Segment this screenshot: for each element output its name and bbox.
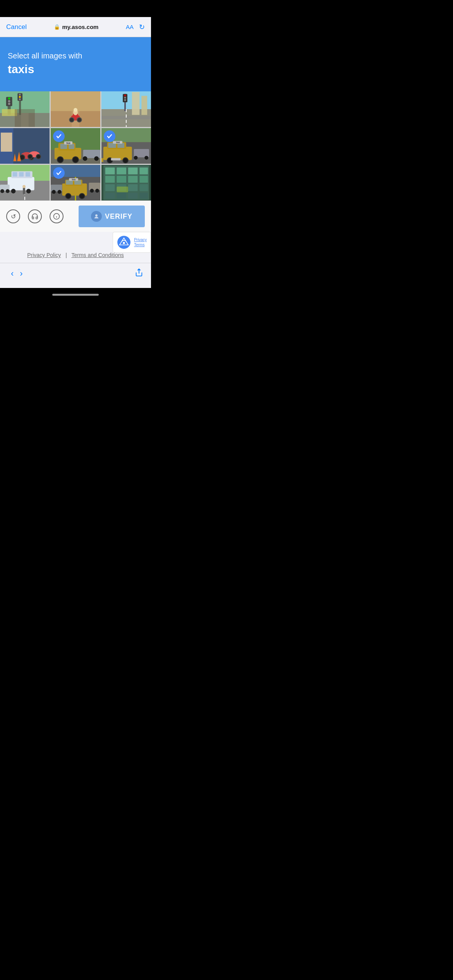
grid-cell-2[interactable] (51, 91, 100, 127)
grid-cell-7[interactable] (0, 165, 50, 200)
home-bar (52, 294, 99, 296)
grid-image-4 (0, 128, 50, 164)
refresh-icon: ↺ (11, 213, 16, 220)
share-button[interactable] (135, 268, 143, 279)
cancel-button[interactable]: Cancel (6, 23, 27, 31)
terms-link[interactable]: Terms (134, 242, 147, 247)
verify-label: VERIFY (105, 212, 132, 221)
refresh-button[interactable]: ↺ (6, 209, 20, 223)
svg-point-18 (69, 118, 74, 122)
svg-rect-122 (128, 193, 138, 199)
svg-point-6 (8, 100, 10, 102)
svg-rect-115 (139, 176, 148, 183)
grid-image-2 (51, 91, 100, 127)
url-bar: 🔒 my.asos.com (54, 24, 98, 30)
svg-rect-113 (117, 176, 126, 183)
recaptcha-text: Privacy Terms (134, 237, 147, 247)
info-button[interactable] (50, 209, 63, 223)
info-icon (53, 213, 60, 220)
svg-point-11 (19, 96, 21, 98)
captcha-keyword: taxis (8, 63, 143, 76)
grid-cell-4[interactable] (0, 128, 50, 164)
svg-point-43 (36, 154, 41, 159)
grid-cell-9[interactable] (101, 165, 151, 200)
svg-rect-79 (12, 172, 17, 177)
svg-rect-111 (139, 168, 148, 175)
page-footer: Privacy Terms Privacy Policy | Terms and… (0, 232, 151, 263)
home-indicator (0, 288, 151, 301)
terms-link-footer[interactable]: Terms and Conditions (71, 252, 124, 258)
svg-point-31 (124, 97, 126, 99)
captcha-container: Select all images with taxis (0, 37, 151, 232)
grid-cell-8[interactable]: TAXI (51, 165, 100, 200)
svg-rect-120 (105, 193, 115, 199)
browser-actions: AA ↻ (126, 23, 145, 31)
phone-wrapper: Cancel 🔒 my.asos.com AA ↻ Select all ima… (0, 0, 151, 301)
svg-rect-123 (139, 193, 148, 199)
svg-point-22 (74, 108, 77, 112)
svg-point-83 (26, 189, 31, 194)
svg-rect-77 (8, 177, 34, 190)
back-button[interactable]: ‹ (8, 267, 17, 280)
verify-button[interactable]: VERIFY (79, 206, 145, 227)
url-text: my.asos.com (62, 24, 98, 30)
lock-icon: 🔒 (54, 24, 60, 30)
audio-button[interactable] (28, 209, 42, 223)
check-circle-6 (104, 130, 115, 142)
grid-cell-3[interactable] (101, 91, 151, 127)
svg-point-30 (124, 94, 126, 96)
captcha-subtitle: Select all images with (8, 51, 143, 60)
forward-button[interactable]: › (17, 267, 26, 280)
recaptcha-badge: Privacy Terms (113, 232, 151, 253)
privacy-link[interactable]: Privacy (134, 237, 147, 242)
check-overlay-5 (51, 128, 100, 164)
svg-rect-114 (128, 176, 138, 183)
svg-rect-2 (21, 113, 29, 127)
check-overlay-8 (51, 165, 100, 200)
captcha-toolbar: ↺ (0, 200, 151, 232)
svg-rect-121 (117, 193, 126, 199)
share-icon (135, 268, 143, 277)
svg-rect-27 (141, 96, 147, 115)
svg-rect-13 (2, 109, 17, 116)
image-grid: TAXI (0, 91, 151, 200)
svg-point-130 (123, 242, 125, 244)
reload-button[interactable]: ↻ (139, 23, 145, 31)
svg-point-82 (11, 189, 16, 194)
svg-rect-124 (117, 187, 128, 192)
svg-rect-80 (19, 172, 24, 177)
svg-point-12 (19, 98, 21, 100)
grid-image-3 (101, 91, 151, 127)
svg-rect-110 (128, 168, 138, 175)
grid-image-9 (101, 165, 151, 200)
check-overlay-6 (101, 128, 151, 164)
grid-cell-1[interactable] (0, 91, 50, 127)
svg-point-86 (6, 189, 10, 193)
verify-icon (91, 211, 102, 222)
svg-rect-87 (23, 187, 25, 194)
check-circle-8 (53, 167, 65, 179)
status-bar (0, 0, 151, 17)
svg-rect-118 (128, 184, 138, 191)
grid-cell-5[interactable]: TAXI (51, 128, 100, 164)
svg-point-10 (19, 94, 21, 96)
svg-rect-108 (105, 168, 115, 175)
svg-point-88 (22, 185, 26, 188)
grid-cell-6[interactable]: TAXI (101, 128, 151, 164)
svg-point-128 (95, 214, 98, 217)
svg-rect-109 (117, 168, 126, 175)
privacy-policy-link[interactable]: Privacy Policy (27, 252, 61, 258)
svg-rect-119 (139, 184, 148, 191)
svg-point-19 (77, 118, 82, 122)
text-size-button[interactable]: AA (126, 24, 134, 30)
svg-rect-81 (26, 172, 30, 177)
svg-rect-112 (105, 176, 115, 183)
svg-point-42 (28, 154, 33, 159)
recaptcha-logo (117, 235, 131, 249)
svg-point-5 (8, 98, 10, 100)
headphone-icon (31, 213, 38, 220)
svg-rect-37 (1, 133, 12, 152)
toolbar-icons: ↺ (6, 209, 63, 223)
grid-image-7 (0, 165, 50, 200)
check-circle-5 (53, 130, 65, 142)
